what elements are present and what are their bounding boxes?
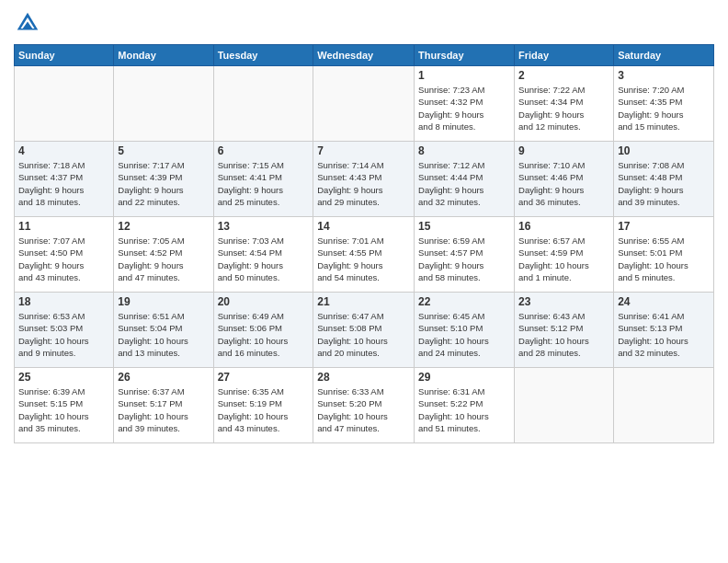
week-row-2: 4Sunrise: 7:18 AMSunset: 4:37 PMDaylight… [15, 142, 714, 217]
header-monday: Monday [114, 45, 213, 66]
logo-icon [14, 9, 41, 37]
calendar-cell: 6Sunrise: 7:15 AMSunset: 4:41 PMDaylight… [213, 142, 313, 217]
day-info: Sunrise: 7:10 AMSunset: 4:46 PMDaylight:… [518, 159, 609, 208]
calendar-cell: 9Sunrise: 7:10 AMSunset: 4:46 PMDaylight… [515, 142, 614, 217]
week-row-5: 25Sunrise: 6:39 AMSunset: 5:15 PMDayligh… [15, 368, 714, 443]
calendar-cell: 15Sunrise: 6:59 AMSunset: 4:57 PMDayligh… [415, 217, 515, 293]
header-saturday: Saturday [614, 45, 714, 66]
day-info: Sunrise: 7:12 AMSunset: 4:44 PMDaylight:… [418, 159, 510, 208]
day-number: 18 [18, 295, 109, 308]
day-number: 9 [518, 144, 609, 157]
calendar-cell: 2Sunrise: 7:22 AMSunset: 4:34 PMDaylight… [515, 66, 614, 142]
day-info: Sunrise: 6:39 AMSunset: 5:15 PMDaylight:… [18, 385, 109, 434]
page: SundayMondayTuesdayWednesdayThursdayFrid… [0, 0, 728, 563]
day-number: 22 [418, 295, 510, 308]
day-number: 10 [618, 144, 710, 157]
day-info: Sunrise: 7:22 AMSunset: 4:34 PMDaylight:… [518, 84, 609, 132]
day-info: Sunrise: 7:07 AMSunset: 4:50 PMDaylight:… [18, 235, 109, 283]
day-info: Sunrise: 7:15 AMSunset: 4:41 PMDaylight:… [218, 159, 310, 208]
day-info: Sunrise: 6:31 AMSunset: 5:22 PMDaylight:… [418, 385, 510, 434]
calendar-cell: 16Sunrise: 6:57 AMSunset: 4:59 PMDayligh… [515, 217, 614, 293]
calendar-cell: 27Sunrise: 6:35 AMSunset: 5:19 PMDayligh… [213, 368, 313, 443]
week-row-4: 18Sunrise: 6:53 AMSunset: 5:03 PMDayligh… [15, 293, 714, 368]
calendar-cell: 1Sunrise: 7:23 AMSunset: 4:32 PMDaylight… [415, 66, 515, 142]
calendar-cell: 4Sunrise: 7:18 AMSunset: 4:37 PMDaylight… [15, 142, 114, 217]
calendar-cell: 17Sunrise: 6:55 AMSunset: 5:01 PMDayligh… [614, 217, 714, 293]
calendar-cell: 21Sunrise: 6:47 AMSunset: 5:08 PMDayligh… [313, 293, 415, 368]
day-number: 13 [218, 220, 310, 233]
calendar-cell: 13Sunrise: 7:03 AMSunset: 4:54 PMDayligh… [213, 217, 313, 293]
day-number: 1 [418, 69, 510, 82]
calendar-cell: 19Sunrise: 6:51 AMSunset: 5:04 PMDayligh… [114, 293, 213, 368]
day-number: 5 [118, 144, 209, 157]
calendar-cell: 26Sunrise: 6:37 AMSunset: 5:17 PMDayligh… [114, 368, 213, 443]
day-number: 2 [518, 69, 609, 82]
calendar-cell [515, 368, 614, 443]
day-number: 8 [418, 144, 510, 157]
day-info: Sunrise: 6:41 AMSunset: 5:13 PMDaylight:… [618, 310, 710, 359]
day-number: 4 [18, 144, 109, 157]
calendar-cell [114, 66, 213, 142]
day-info: Sunrise: 7:18 AMSunset: 4:37 PMDaylight:… [18, 159, 109, 208]
week-row-3: 11Sunrise: 7:07 AMSunset: 4:50 PMDayligh… [15, 217, 714, 293]
day-number: 20 [218, 295, 310, 308]
day-number: 15 [418, 220, 510, 233]
day-number: 11 [18, 220, 109, 233]
calendar-cell [313, 66, 415, 142]
day-number: 21 [317, 295, 410, 308]
day-info: Sunrise: 7:01 AMSunset: 4:55 PMDaylight:… [317, 235, 410, 283]
day-info: Sunrise: 6:35 AMSunset: 5:19 PMDaylight:… [218, 385, 310, 434]
header-thursday: Thursday [415, 45, 515, 66]
calendar-cell: 24Sunrise: 6:41 AMSunset: 5:13 PMDayligh… [614, 293, 714, 368]
header [14, 9, 714, 37]
day-info: Sunrise: 6:37 AMSunset: 5:17 PMDaylight:… [118, 385, 209, 434]
header-sunday: Sunday [15, 45, 114, 66]
calendar-cell: 29Sunrise: 6:31 AMSunset: 5:22 PMDayligh… [415, 368, 515, 443]
day-number: 29 [418, 371, 510, 384]
day-info: Sunrise: 6:59 AMSunset: 4:57 PMDaylight:… [418, 235, 510, 283]
day-number: 12 [118, 220, 209, 233]
day-number: 27 [218, 371, 310, 384]
day-info: Sunrise: 7:05 AMSunset: 4:52 PMDaylight:… [118, 235, 209, 283]
header-row: SundayMondayTuesdayWednesdayThursdayFrid… [15, 45, 714, 66]
day-info: Sunrise: 6:33 AMSunset: 5:20 PMDaylight:… [317, 385, 410, 434]
header-friday: Friday [515, 45, 614, 66]
day-info: Sunrise: 7:23 AMSunset: 4:32 PMDaylight:… [418, 84, 510, 132]
day-info: Sunrise: 7:14 AMSunset: 4:43 PMDaylight:… [317, 159, 410, 208]
day-number: 6 [218, 144, 310, 157]
day-number: 19 [118, 295, 209, 308]
day-number: 16 [518, 220, 609, 233]
day-info: Sunrise: 7:20 AMSunset: 4:35 PMDaylight:… [618, 84, 710, 132]
day-number: 3 [618, 69, 710, 82]
calendar-cell: 22Sunrise: 6:45 AMSunset: 5:10 PMDayligh… [415, 293, 515, 368]
day-number: 14 [317, 220, 410, 233]
day-info: Sunrise: 6:45 AMSunset: 5:10 PMDaylight:… [418, 310, 510, 359]
calendar-cell: 18Sunrise: 6:53 AMSunset: 5:03 PMDayligh… [15, 293, 114, 368]
calendar-cell: 11Sunrise: 7:07 AMSunset: 4:50 PMDayligh… [15, 217, 114, 293]
logo [14, 9, 43, 37]
week-row-1: 1Sunrise: 7:23 AMSunset: 4:32 PMDaylight… [15, 66, 714, 142]
day-number: 25 [18, 371, 109, 384]
day-info: Sunrise: 7:08 AMSunset: 4:48 PMDaylight:… [618, 159, 710, 208]
day-info: Sunrise: 6:49 AMSunset: 5:06 PMDaylight:… [218, 310, 310, 359]
header-tuesday: Tuesday [213, 45, 313, 66]
day-info: Sunrise: 6:47 AMSunset: 5:08 PMDaylight:… [317, 310, 410, 359]
calendar-cell [213, 66, 313, 142]
day-info: Sunrise: 7:03 AMSunset: 4:54 PMDaylight:… [218, 235, 310, 283]
calendar-cell: 23Sunrise: 6:43 AMSunset: 5:12 PMDayligh… [515, 293, 614, 368]
day-number: 24 [618, 295, 710, 308]
day-number: 23 [518, 295, 609, 308]
calendar-cell: 25Sunrise: 6:39 AMSunset: 5:15 PMDayligh… [15, 368, 114, 443]
day-info: Sunrise: 7:17 AMSunset: 4:39 PMDaylight:… [118, 159, 209, 208]
calendar-cell [15, 66, 114, 142]
day-number: 17 [618, 220, 710, 233]
header-wednesday: Wednesday [313, 45, 415, 66]
calendar-cell: 7Sunrise: 7:14 AMSunset: 4:43 PMDaylight… [313, 142, 415, 217]
day-info: Sunrise: 6:55 AMSunset: 5:01 PMDaylight:… [618, 235, 710, 283]
calendar-cell: 3Sunrise: 7:20 AMSunset: 4:35 PMDaylight… [614, 66, 714, 142]
day-number: 7 [317, 144, 410, 157]
day-info: Sunrise: 6:57 AMSunset: 4:59 PMDaylight:… [518, 235, 609, 283]
calendar-cell: 8Sunrise: 7:12 AMSunset: 4:44 PMDaylight… [415, 142, 515, 217]
calendar-table: SundayMondayTuesdayWednesdayThursdayFrid… [14, 44, 714, 443]
day-number: 26 [118, 371, 209, 384]
